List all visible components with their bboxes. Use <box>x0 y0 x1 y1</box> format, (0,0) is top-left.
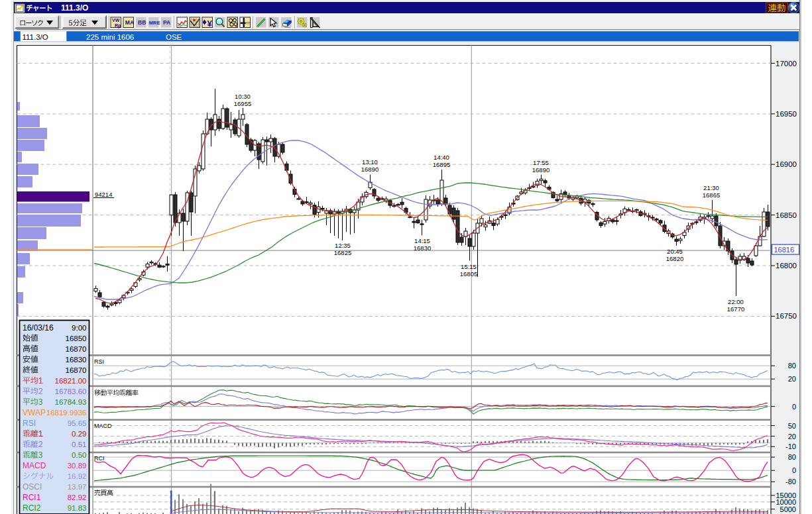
svg-text:225 mini 1606: 225 mini 1606 <box>86 33 134 41</box>
svg-text:16805: 16805 <box>460 270 477 278</box>
svg-text:82.92: 82.92 <box>68 493 87 501</box>
svg-text:RSI: RSI <box>23 419 36 428</box>
svg-text:OSCI: OSCI <box>23 482 42 491</box>
svg-text:16900: 16900 <box>776 160 797 168</box>
svg-text:16850: 16850 <box>66 334 87 342</box>
svg-text:14:15: 14:15 <box>414 237 430 244</box>
svg-text:20:45: 20:45 <box>667 248 683 255</box>
svg-text:30.89: 30.89 <box>68 462 87 470</box>
svg-text:16825: 16825 <box>334 249 351 256</box>
svg-text:13.97: 13.97 <box>68 483 87 491</box>
svg-text:13:10: 13:10 <box>362 158 378 166</box>
svg-text:RSI: RSI <box>94 358 104 365</box>
svg-text:111.3/O: 111.3/O <box>61 3 88 13</box>
svg-text:Rp: Rp <box>115 23 121 28</box>
svg-text:0: 0 <box>792 403 796 411</box>
svg-text:16819.9936: 16819.9936 <box>46 409 87 417</box>
svg-text:80: 80 <box>788 453 796 461</box>
svg-text:OSE: OSE <box>166 33 182 41</box>
svg-text:95.65: 95.65 <box>68 419 87 427</box>
svg-text:16955: 16955 <box>234 100 251 107</box>
svg-text:16865: 16865 <box>703 191 720 199</box>
svg-text:17:55: 17:55 <box>533 159 549 166</box>
svg-text:16/03/16: 16/03/16 <box>23 323 54 333</box>
svg-text:16750: 16750 <box>776 312 797 320</box>
svg-text:16770: 16770 <box>727 305 744 313</box>
svg-text:16890: 16890 <box>532 166 550 174</box>
svg-text:16890: 16890 <box>361 166 378 173</box>
svg-text:VW: VW <box>112 18 120 23</box>
svg-text:94214: 94214 <box>95 191 112 198</box>
svg-text:16816: 16816 <box>774 246 794 254</box>
svg-text:BB: BB <box>138 19 146 26</box>
svg-text:-10: -10 <box>785 442 796 450</box>
svg-text:16821.00: 16821.00 <box>55 377 87 385</box>
svg-text:16830: 16830 <box>66 356 87 364</box>
svg-text:VWAP: VWAP <box>23 408 46 417</box>
svg-text:10:30: 10:30 <box>235 93 251 100</box>
svg-text:50: 50 <box>788 422 796 430</box>
svg-text:0.50: 0.50 <box>72 451 86 459</box>
svg-text:0.51: 0.51 <box>72 440 86 448</box>
svg-text:17000: 17000 <box>776 60 797 68</box>
svg-text:16950: 16950 <box>776 110 797 118</box>
svg-text:16820: 16820 <box>666 255 683 262</box>
svg-text:9:00: 9:00 <box>72 324 86 332</box>
svg-text:21:30: 21:30 <box>703 184 719 191</box>
svg-text:20: 20 <box>788 375 796 383</box>
svg-text:MRE: MRE <box>149 20 160 26</box>
svg-text:16784.93: 16784.93 <box>55 398 87 406</box>
svg-text:RCI: RCI <box>94 455 105 462</box>
svg-text:MACD: MACD <box>94 423 112 429</box>
svg-text:16850: 16850 <box>776 211 797 219</box>
svg-text:-80: -80 <box>785 478 796 486</box>
svg-text:12:35: 12:35 <box>335 242 351 249</box>
svg-text:16783.60: 16783.60 <box>55 387 87 395</box>
svg-text:15:15: 15:15 <box>461 263 477 270</box>
svg-text:RCI1: RCI1 <box>23 493 41 502</box>
svg-text:16.92: 16.92 <box>68 472 87 480</box>
svg-text:5000: 5000 <box>780 505 796 513</box>
svg-text:16830: 16830 <box>414 244 431 252</box>
svg-text:14:40: 14:40 <box>434 154 449 161</box>
svg-text:16800: 16800 <box>776 262 797 270</box>
svg-text:16895: 16895 <box>433 161 450 168</box>
svg-text:91.83: 91.83 <box>68 504 87 512</box>
svg-text:RCI2: RCI2 <box>23 503 41 513</box>
svg-text:111.3/O: 111.3/O <box>23 33 48 41</box>
svg-text:¥: ¥ <box>207 19 213 28</box>
svg-text:20: 20 <box>788 433 796 440</box>
svg-text:0: 0 <box>792 466 796 474</box>
svg-text:16870: 16870 <box>66 345 87 353</box>
svg-text:PA: PA <box>163 19 170 26</box>
svg-text:80: 80 <box>788 362 796 370</box>
svg-text:16870: 16870 <box>66 366 87 374</box>
svg-text:MACD: MACD <box>23 461 46 470</box>
svg-text:0.29: 0.29 <box>72 430 86 438</box>
svg-text:22:00: 22:00 <box>728 298 744 305</box>
svg-text:MA: MA <box>125 19 134 26</box>
